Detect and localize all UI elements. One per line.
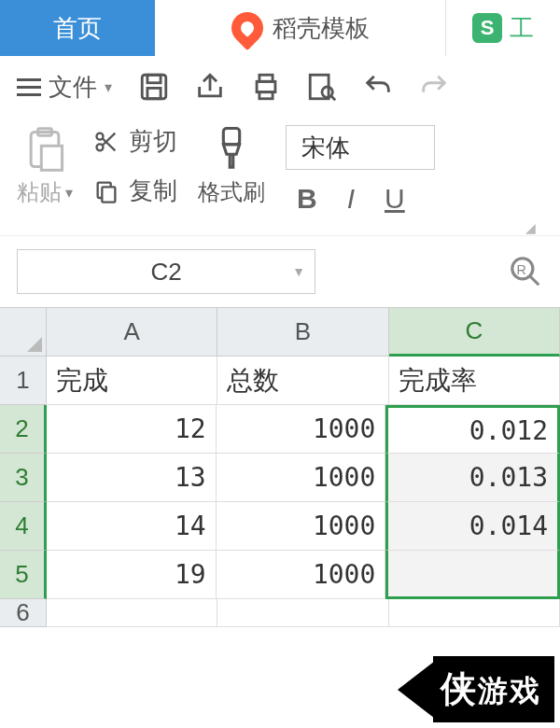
redo-icon[interactable] [418, 71, 450, 103]
svg-rect-4 [259, 75, 273, 81]
cell-b5[interactable]: 1000 [217, 551, 386, 599]
preview-icon[interactable] [306, 71, 338, 103]
hamburger-icon [17, 78, 41, 96]
svg-rect-5 [259, 92, 273, 99]
cell-c3[interactable]: 0.013 [385, 454, 560, 502]
col-header-c[interactable]: C [389, 308, 560, 357]
svg-rect-2 [147, 88, 161, 98]
cell-c1[interactable]: 完成率 [389, 357, 560, 405]
spreadsheet-grid[interactable]: A B C 1 完成 总数 完成率 2 12 1000 0.012 3 13 1… [0, 307, 560, 627]
underline-button[interactable]: U [385, 183, 405, 215]
copy-button[interactable]: 复制 [93, 175, 177, 207]
share-icon[interactable] [194, 71, 226, 103]
search-icon[interactable]: R [508, 254, 543, 289]
formula-bar-row: C2 ▼ R [0, 235, 560, 307]
svg-rect-1 [147, 75, 161, 83]
cell-a5[interactable]: 19 [47, 551, 217, 599]
svg-rect-15 [223, 128, 239, 144]
cut-label: 剪切 [129, 125, 177, 158]
cut-button[interactable]: 剪切 [93, 125, 177, 158]
row-header-5[interactable]: 5 [0, 551, 47, 599]
quick-toolbar: 文件 ▾ [0, 56, 560, 118]
format-painter-button[interactable]: 格式刷 [198, 125, 265, 207]
italic-button[interactable]: I [347, 183, 355, 215]
clipboard-icon [23, 125, 66, 174]
svg-point-11 [97, 133, 104, 139]
col-header-a[interactable]: A [47, 308, 217, 357]
dialog-launcher-icon[interactable]: ◢ [0, 215, 560, 235]
name-box-value: C2 [150, 258, 181, 287]
undo-icon[interactable] [362, 71, 394, 103]
chevron-down-icon: ▾ [105, 78, 112, 96]
cell-c2[interactable]: 0.012 [385, 405, 560, 454]
site-logo: 侠游戏 [398, 656, 554, 722]
tab-daoke-templates[interactable]: 稻壳模板 [155, 0, 446, 56]
name-box[interactable]: C2 ▼ [17, 249, 315, 294]
cell-a3[interactable]: 13 [47, 454, 217, 502]
file-menu-button[interactable]: 文件 ▾ [17, 71, 112, 104]
cell-b1[interactable]: 总数 [217, 357, 388, 405]
file-label: 文件 [49, 71, 97, 104]
save-icon[interactable] [138, 71, 170, 103]
paste-label: 粘贴 [17, 177, 62, 207]
svg-point-12 [97, 144, 104, 150]
cell-c6[interactable] [389, 599, 560, 627]
svg-text:R: R [517, 262, 526, 277]
cell-a6[interactable] [47, 599, 217, 627]
font-family-select[interactable]: 宋体 [286, 125, 435, 170]
ribbon-home: 粘贴▾ 剪切 复制 格式刷 宋体 B I U [0, 118, 560, 215]
row-header-2[interactable]: 2 [0, 405, 47, 454]
select-all-corner[interactable] [0, 308, 47, 357]
document-tabs: 首页 稻壳模板 S 工 [0, 0, 560, 56]
row-header-4[interactable]: 4 [0, 502, 47, 551]
cell-b3[interactable]: 1000 [217, 454, 386, 502]
chevron-down-icon: ▾ [65, 184, 73, 202]
cell-a2[interactable]: 12 [47, 405, 217, 454]
row-header-3[interactable]: 3 [0, 454, 47, 502]
brush-icon [212, 125, 251, 174]
tab-home[interactable]: 首页 [0, 0, 155, 56]
scissors-icon [93, 129, 119, 155]
copy-icon [93, 178, 119, 204]
brush-label: 格式刷 [198, 177, 265, 207]
col-header-b[interactable]: B [217, 308, 388, 357]
cell-c4[interactable]: 0.014 [385, 502, 560, 551]
copy-label: 复制 [129, 175, 177, 207]
tab-daoke-label: 稻壳模板 [273, 12, 370, 45]
svg-rect-10 [41, 146, 62, 170]
cell-b2[interactable]: 1000 [217, 405, 386, 454]
tab-spreadsheet[interactable]: S 工 [446, 0, 560, 56]
svg-rect-3 [257, 81, 275, 91]
flame-icon [225, 6, 270, 50]
spreadsheet-icon: S [472, 13, 502, 43]
bold-button[interactable]: B [297, 183, 317, 215]
row-header-6[interactable]: 6 [0, 599, 47, 627]
chevron-down-icon: ▼ [292, 264, 305, 279]
cell-c5[interactable] [385, 551, 560, 599]
cell-b4[interactable]: 1000 [217, 502, 386, 551]
cell-b6[interactable] [217, 599, 388, 627]
tab-sheet-label: 工 [510, 12, 534, 45]
cell-a1[interactable]: 完成 [47, 357, 217, 405]
row-header-1[interactable]: 1 [0, 357, 47, 405]
print-icon[interactable] [250, 71, 282, 103]
paste-button[interactable]: 粘贴▾ [17, 125, 73, 207]
svg-rect-14 [102, 187, 115, 202]
cell-a4[interactable]: 14 [47, 502, 217, 551]
